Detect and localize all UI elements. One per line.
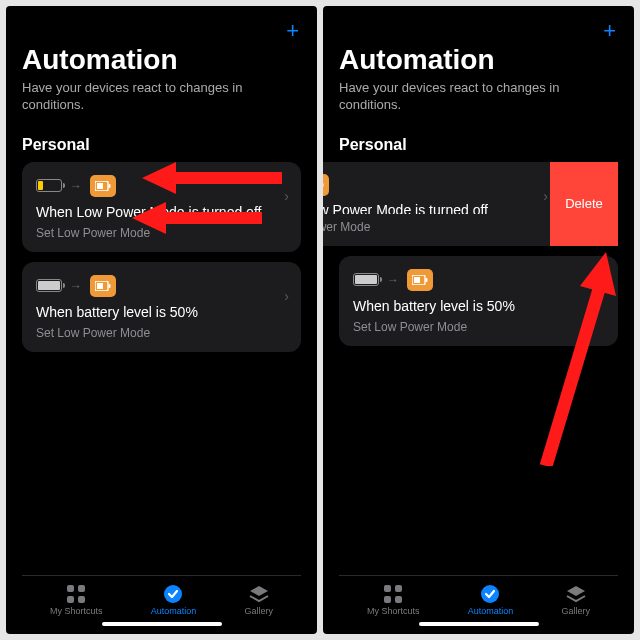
chevron-right-icon: › [601, 282, 606, 298]
svg-rect-25 [384, 596, 391, 603]
tab-label: Automation [468, 606, 514, 616]
automation-icon [161, 584, 185, 604]
svg-rect-26 [395, 596, 402, 603]
svg-rect-17 [323, 183, 324, 187]
tab-label: Gallery [244, 606, 273, 616]
tab-bar: My Shortcuts Automation Gallery [339, 575, 618, 618]
low-power-mode-icon [90, 275, 116, 297]
phone-left: + Automation Have your devices react to … [6, 6, 317, 634]
page-title: Automation [22, 44, 301, 76]
svg-point-27 [481, 585, 499, 603]
automation-card[interactable]: → When Low Power Mode is turned off Set … [22, 162, 301, 252]
svg-rect-9 [109, 284, 111, 288]
low-power-mode-icon [90, 175, 116, 197]
svg-point-14 [164, 585, 182, 603]
automation-card-swiped[interactable]: Low Power Mode is turned off Power Mode … [339, 162, 618, 246]
page-subtitle: Have your devices react to changes in co… [339, 80, 618, 114]
tab-gallery[interactable]: Gallery [244, 584, 273, 616]
arrow-right-icon: → [70, 279, 82, 293]
svg-rect-8 [97, 283, 103, 289]
tab-label: My Shortcuts [50, 606, 103, 616]
chevron-right-icon: › [284, 288, 289, 304]
tab-automation[interactable]: Automation [468, 584, 514, 616]
svg-rect-13 [78, 596, 85, 603]
battery-level-icon [353, 273, 379, 286]
automation-card[interactable]: → When battery level is 50% Set Low Powe… [339, 256, 618, 346]
page-title: Automation [339, 44, 618, 76]
low-power-mode-icon [323, 174, 329, 196]
grid-icon [64, 584, 88, 604]
automation-card[interactable]: → When battery level is 50% Set Low Powe… [22, 262, 301, 352]
layers-icon [564, 584, 588, 604]
add-icon[interactable]: + [603, 20, 616, 42]
svg-rect-11 [78, 585, 85, 592]
card-title: When Low Power Mode is turned off [36, 204, 287, 220]
tab-automation[interactable]: Automation [151, 584, 197, 616]
tab-gallery[interactable]: Gallery [561, 584, 590, 616]
card-subtitle: Power Mode [323, 220, 546, 234]
delete-label: Delete [565, 196, 603, 211]
section-label: Personal [339, 136, 618, 154]
tab-label: Automation [151, 606, 197, 616]
svg-rect-2 [109, 184, 111, 188]
card-subtitle: Set Low Power Mode [36, 326, 287, 340]
delete-button[interactable]: Delete [550, 162, 618, 246]
tab-my-shortcuts[interactable]: My Shortcuts [50, 584, 103, 616]
svg-rect-10 [67, 585, 74, 592]
svg-rect-24 [395, 585, 402, 592]
tab-label: Gallery [561, 606, 590, 616]
svg-rect-23 [384, 585, 391, 592]
card-title: Low Power Mode is turned off [323, 202, 546, 214]
arrow-right-icon: → [70, 179, 82, 193]
tab-my-shortcuts[interactable]: My Shortcuts [367, 584, 420, 616]
page-subtitle: Have your devices react to changes in co… [22, 80, 301, 114]
low-power-mode-icon [407, 269, 433, 291]
automation-icon [478, 584, 502, 604]
svg-rect-19 [414, 277, 420, 283]
tab-label: My Shortcuts [367, 606, 420, 616]
home-indicator[interactable] [102, 622, 222, 626]
card-title: When battery level is 50% [353, 298, 604, 314]
chevron-right-icon: › [543, 188, 548, 204]
battery-low-icon [36, 179, 62, 192]
grid-icon [381, 584, 405, 604]
tab-bar: My Shortcuts Automation Gallery [22, 575, 301, 618]
add-icon[interactable]: + [286, 20, 299, 42]
chevron-right-icon: › [284, 188, 289, 204]
phone-right: + Automation Have your devices react to … [323, 6, 634, 634]
svg-rect-1 [97, 183, 103, 189]
card-subtitle: Set Low Power Mode [353, 320, 604, 334]
svg-rect-20 [426, 278, 428, 282]
card-subtitle: Set Low Power Mode [36, 226, 287, 240]
arrow-right-icon: → [387, 273, 399, 287]
section-label: Personal [22, 136, 301, 154]
svg-rect-12 [67, 596, 74, 603]
battery-level-icon [36, 279, 62, 292]
layers-icon [247, 584, 271, 604]
card-title: When battery level is 50% [36, 304, 287, 320]
home-indicator[interactable] [419, 622, 539, 626]
